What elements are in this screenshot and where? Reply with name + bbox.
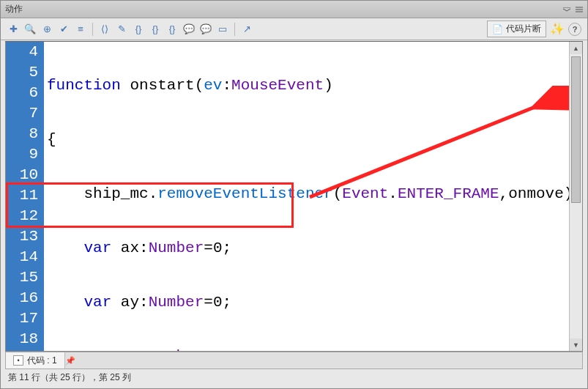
scrollbar-thumb[interactable]	[571, 56, 581, 203]
titlebar-controls	[562, 6, 584, 13]
collapse-icon[interactable]	[562, 6, 572, 13]
brace1-icon[interactable]: {}	[132, 23, 145, 36]
add-icon[interactable]: ✚	[7, 23, 20, 36]
tab-label: 代码 : 1	[27, 355, 57, 367]
code-line: var ay:Number=0;	[44, 292, 569, 313]
comment-icon[interactable]: 💬	[182, 23, 196, 36]
vertical-scrollbar[interactable]: ▲ ▼	[569, 42, 582, 351]
code-line: function onstart(ev:MouseEvent)	[44, 75, 569, 96]
export-icon[interactable]: ↗	[240, 23, 253, 36]
line-number: 11	[6, 185, 44, 206]
toolbar-right: 📄 代码片断 ✨ ?	[487, 21, 581, 37]
code-snippet-button[interactable]: 📄 代码片断	[487, 21, 546, 37]
status-text: 第 11 行（共 25 行），第 25 列	[8, 371, 131, 384]
line-number: 12	[6, 206, 44, 226]
wand-icon[interactable]: ✨	[551, 23, 564, 36]
code-text-area[interactable]: function onstart(ev:MouseEvent) { ship_m…	[44, 42, 569, 351]
line-number: 17	[6, 308, 44, 329]
line-number: 9	[6, 144, 44, 165]
code-hint-icon[interactable]: ⟨⟩	[98, 23, 111, 36]
uncomment-icon[interactable]: 💬	[199, 23, 212, 36]
line-number: 5	[6, 62, 44, 83]
status-bar: 第 11 行（共 25 行），第 25 列	[5, 371, 583, 384]
code-line: {	[44, 130, 569, 150]
menu-icon[interactable]	[574, 6, 584, 13]
line-number: 8	[6, 124, 44, 144]
scroll-up-icon[interactable]: ▲	[570, 42, 582, 54]
tab-bar: • 代码 : 1 📌	[5, 352, 583, 369]
line-number: 6	[6, 83, 44, 103]
help-icon[interactable]: ?	[568, 23, 581, 36]
panel-titlebar: 动作	[1, 1, 587, 18]
toolbar: ✚ 🔍 ⊕ ✔ ≡ ⟨⟩ ✎ {} {} {} 💬 💬 ▭ ↗ 📄 代码片断 ✨…	[1, 18, 587, 40]
snippet-icon: 📄	[492, 24, 503, 34]
brace2-icon[interactable]: {}	[149, 23, 162, 36]
check-icon[interactable]: ✔	[57, 23, 70, 36]
code-editor[interactable]: 4 5 6 7 8 9 10 11 12 13 14 15 16 17 18 f…	[5, 41, 583, 352]
separator	[92, 23, 93, 36]
collapse-code-icon[interactable]: ▭	[216, 23, 229, 36]
line-number: 4	[6, 42, 44, 62]
script-tab-icon: •	[13, 355, 23, 366]
find-icon[interactable]: 🔍	[23, 23, 37, 36]
line-number-gutter: 4 5 6 7 8 9 10 11 12 13 14 15 16 17 18	[6, 42, 44, 351]
scroll-down-icon[interactable]: ▼	[570, 338, 582, 351]
brace3-icon[interactable]: {}	[165, 23, 179, 36]
separator	[234, 23, 235, 36]
target-icon[interactable]: ⊕	[40, 23, 53, 36]
line-number: 15	[6, 267, 44, 288]
code-line: var ax:Number=0;	[44, 238, 569, 259]
line-number: 18	[6, 329, 44, 349]
line-number: 10	[6, 165, 44, 185]
line-number: 14	[6, 247, 44, 267]
script-tab[interactable]: • 代码 : 1	[6, 352, 65, 368]
code-line: ship_mc.removeEventListener(Event.ENTER_…	[44, 184, 569, 204]
line-number: 7	[6, 103, 44, 124]
pin-icon[interactable]: 📌	[65, 355, 75, 366]
format-icon[interactable]: ≡	[74, 23, 87, 36]
actions-panel: 动作 ✚ 🔍 ⊕ ✔ ≡ ⟨⟩ ✎ {} {} {} 💬 💬 ▭ ↗ 📄 代码片…	[0, 0, 588, 389]
panel-title: 动作	[5, 3, 23, 15]
debug-icon[interactable]: ✎	[115, 23, 128, 36]
code-line: var vx:Number=0;	[44, 347, 569, 351]
snippet-label: 代码片断	[506, 23, 541, 35]
line-number: 13	[6, 226, 44, 247]
line-number: 16	[6, 288, 44, 308]
